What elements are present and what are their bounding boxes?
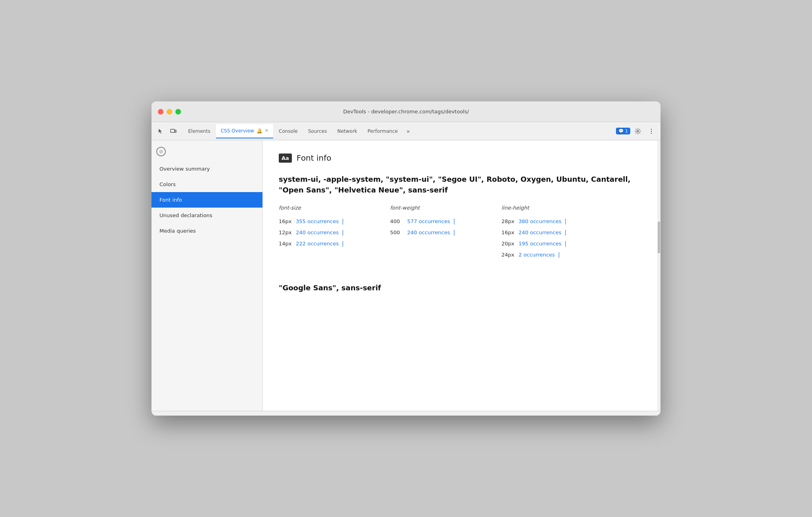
sidebar: ⊘ Overview summary Colors Font info Unus… bbox=[152, 140, 263, 411]
col-header-font-weight: font-weight bbox=[390, 205, 501, 216]
sidebar-header: ⊘ bbox=[152, 144, 262, 159]
scrollbar-thumb[interactable] bbox=[658, 222, 660, 253]
size-value: 12px bbox=[279, 229, 293, 235]
table-row: 12px 240 occurrences | bbox=[279, 227, 390, 238]
toolbar-left bbox=[155, 125, 179, 137]
notification-badge[interactable]: 💬 1 bbox=[616, 128, 630, 134]
notification-icon: 💬 bbox=[618, 128, 624, 134]
window-title: DevTools - developer.chrome.com/tags/dev… bbox=[343, 109, 469, 115]
tab-css-overview[interactable]: CSS Overview 🔔 ✕ bbox=[216, 124, 273, 138]
table-row: 14px 222 occurrences | bbox=[279, 238, 390, 249]
tab-right-actions: 💬 1 bbox=[616, 125, 657, 137]
height-value: 16px bbox=[501, 229, 515, 235]
weight-occ-link[interactable]: 240 occurrences bbox=[407, 229, 450, 235]
font-family-2: "Google Sans", sans-serif bbox=[279, 273, 645, 293]
size-value: 14px bbox=[279, 241, 293, 247]
weight-occ-link[interactable]: 577 occurrences bbox=[407, 218, 450, 224]
table-row-empty-weight bbox=[390, 238, 501, 249]
font-table-1: font-size font-weight line-height 16px 3… bbox=[279, 205, 645, 260]
sidebar-item-overview-summary[interactable]: Overview summary bbox=[152, 161, 262, 177]
bar-indicator: | bbox=[453, 218, 455, 224]
height-occ-link[interactable]: 195 occurrences bbox=[519, 241, 561, 247]
font-aa-icon: Aa bbox=[279, 154, 292, 163]
height-value: 28px bbox=[501, 218, 515, 224]
sidebar-item-media-queries[interactable]: Media queries bbox=[152, 223, 262, 239]
tab-sources[interactable]: Sources bbox=[303, 124, 332, 138]
sidebar-nav: Overview summary Colors Font info Unused… bbox=[152, 161, 262, 239]
devtools-body: ⊘ Overview summary Colors Font info Unus… bbox=[152, 140, 660, 411]
font-family-1: system-ui, -apple-system, "system-ui", "… bbox=[279, 174, 645, 195]
minimize-button[interactable] bbox=[167, 109, 172, 115]
bar-indicator: | bbox=[565, 240, 567, 247]
height-value: 24px bbox=[501, 252, 515, 258]
settings-button[interactable] bbox=[632, 125, 644, 137]
table-row-empty-weight bbox=[390, 249, 501, 260]
sidebar-item-font-info[interactable]: Font info bbox=[152, 192, 262, 208]
size-occ-link[interactable]: 355 occurrences bbox=[296, 218, 339, 224]
height-occ-link[interactable]: 380 occurrences bbox=[519, 218, 561, 224]
bar-indicator: | bbox=[558, 251, 560, 258]
height-occ-link[interactable]: 240 occurrences bbox=[519, 229, 561, 235]
tab-bar: Elements CSS Overview 🔔 ✕ Console Source… bbox=[152, 122, 660, 140]
more-tabs-button[interactable]: » bbox=[403, 124, 413, 138]
size-occ-link[interactable]: 240 occurrences bbox=[296, 229, 339, 235]
table-row: 16px 355 occurrences | bbox=[279, 216, 390, 227]
devtools-window: DevTools - developer.chrome.com/tags/dev… bbox=[152, 101, 660, 416]
bar-indicator: | bbox=[565, 229, 567, 235]
maximize-button[interactable] bbox=[175, 109, 181, 115]
height-occ-link[interactable]: 2 occurrences bbox=[519, 252, 555, 258]
weight-value: 400 bbox=[390, 218, 404, 224]
tab-icon: 🔔 bbox=[256, 128, 262, 134]
svg-point-4 bbox=[651, 130, 652, 131]
bar-indicator: | bbox=[342, 229, 344, 235]
bar-indicator: | bbox=[565, 218, 567, 224]
bar-indicator: | bbox=[453, 229, 455, 235]
titlebar: DevTools - developer.chrome.com/tags/dev… bbox=[152, 101, 660, 122]
bar-indicator: | bbox=[342, 218, 344, 224]
table-row-empty-size bbox=[279, 249, 390, 260]
section-header: Aa Font info bbox=[279, 153, 645, 163]
close-button[interactable] bbox=[158, 109, 163, 115]
main-content: Aa Font info system-ui, -apple-system, "… bbox=[263, 140, 660, 411]
svg-rect-0 bbox=[171, 129, 175, 132]
col-header-font-size: font-size bbox=[279, 205, 390, 216]
table-row: 24px 2 occurrences | bbox=[501, 249, 613, 260]
svg-point-3 bbox=[651, 128, 652, 129]
weight-value: 500 bbox=[390, 229, 404, 235]
table-row: 28px 380 occurrences | bbox=[501, 216, 613, 227]
cursor-tool-button[interactable] bbox=[155, 125, 167, 137]
bar-indicator: | bbox=[342, 240, 344, 247]
svg-point-2 bbox=[637, 130, 639, 132]
traffic-lights bbox=[158, 109, 181, 115]
sidebar-item-colors[interactable]: Colors bbox=[152, 177, 262, 192]
table-row: 20px 195 occurrences | bbox=[501, 238, 613, 249]
height-value: 20px bbox=[501, 241, 515, 247]
section-title: Font info bbox=[297, 153, 331, 163]
tab-network[interactable]: Network bbox=[332, 124, 362, 138]
tab-performance[interactable]: Performance bbox=[363, 124, 402, 138]
table-row: 16px 240 occurrences | bbox=[501, 227, 613, 238]
no-entry-icon: ⊘ bbox=[156, 147, 166, 156]
tab-console[interactable]: Console bbox=[274, 124, 303, 138]
tab-elements[interactable]: Elements bbox=[183, 124, 215, 138]
table-row: 500 240 occurrences | bbox=[390, 227, 501, 238]
svg-point-5 bbox=[651, 132, 652, 133]
table-row: 400 577 occurrences | bbox=[390, 216, 501, 227]
scrollbar-track[interactable] bbox=[657, 140, 660, 411]
notification-count: 1 bbox=[625, 128, 628, 134]
sidebar-item-unused-declarations[interactable]: Unused declarations bbox=[152, 208, 262, 223]
size-occ-link[interactable]: 222 occurrences bbox=[296, 241, 339, 247]
device-toggle-button[interactable] bbox=[167, 125, 179, 137]
col-header-line-height: line-height bbox=[501, 205, 613, 216]
more-options-button[interactable] bbox=[645, 125, 657, 137]
tab-close-icon[interactable]: ✕ bbox=[265, 128, 268, 133]
devtools-footer bbox=[152, 411, 660, 416]
size-value: 16px bbox=[279, 218, 293, 224]
svg-rect-1 bbox=[175, 130, 176, 132]
